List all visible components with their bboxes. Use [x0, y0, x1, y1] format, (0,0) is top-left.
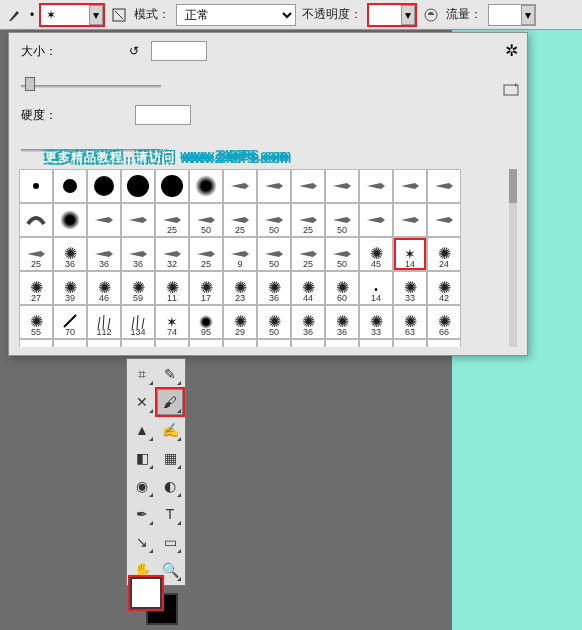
- hardness-input[interactable]: [135, 105, 191, 125]
- tool-eraser[interactable]: ◧: [129, 445, 155, 471]
- size-slider[interactable]: [21, 73, 161, 93]
- color-swatches[interactable]: [128, 575, 184, 625]
- flow-field[interactable]: 100% ▾: [488, 4, 536, 26]
- brush-preset-cell[interactable]: ✺46: [87, 271, 121, 305]
- brush-preset-cell[interactable]: [121, 169, 155, 203]
- tool-patch[interactable]: ✕: [129, 389, 155, 415]
- tool-crop[interactable]: ⌗: [129, 361, 155, 387]
- brush-preset-cell[interactable]: ✺63: [53, 339, 87, 347]
- brush-preset-cell[interactable]: [393, 169, 427, 203]
- brush-preset-cell[interactable]: 112: [87, 305, 121, 339]
- tool-history-brush[interactable]: ✍: [157, 417, 183, 443]
- brush-preset-cell[interactable]: ✺36: [325, 305, 359, 339]
- brush-preset-cell[interactable]: [189, 169, 223, 203]
- new-preset-icon[interactable]: [503, 82, 519, 99]
- brush-preset-cell[interactable]: [19, 203, 53, 237]
- brush-preset-cell[interactable]: ✺63: [393, 305, 427, 339]
- brush-preset-cell[interactable]: —: [359, 339, 393, 347]
- opacity-input[interactable]: 10%: [369, 8, 401, 22]
- brush-preset-cell[interactable]: 36: [121, 237, 155, 271]
- brush-preset-cell[interactable]: 134: [121, 305, 155, 339]
- brush-preset-cell[interactable]: ✶74: [155, 305, 189, 339]
- blend-mode-select[interactable]: 正常: [176, 4, 296, 26]
- brush-preset-cell[interactable]: ✺11: [155, 271, 189, 305]
- pressure-opacity-icon[interactable]: [422, 6, 440, 24]
- brush-preset-cell[interactable]: ✺44: [291, 271, 325, 305]
- opacity-field[interactable]: 10% ▾: [368, 4, 416, 26]
- brush-preset-cell[interactable]: ✺23: [223, 271, 257, 305]
- brush-preset-cell[interactable]: [121, 203, 155, 237]
- brush-size-input[interactable]: 14: [61, 8, 89, 22]
- brush-preset-cell[interactable]: ❦1064: [257, 339, 291, 347]
- brush-preset-cell[interactable]: [19, 169, 53, 203]
- brush-preset-cell[interactable]: 25: [189, 237, 223, 271]
- tool-path[interactable]: ↘: [129, 529, 155, 555]
- brush-preset-cell[interactable]: 95: [189, 305, 223, 339]
- flow-dropdown[interactable]: ▾: [521, 5, 535, 25]
- opacity-dropdown[interactable]: ▾: [401, 5, 415, 25]
- brush-preset-cell[interactable]: [393, 203, 427, 237]
- brush-preset-cell[interactable]: ✺27: [19, 271, 53, 305]
- brush-preset-cell[interactable]: [155, 169, 189, 203]
- panel-menu-icon[interactable]: ✲: [505, 41, 518, 60]
- brush-preset-cell[interactable]: ❦: [393, 339, 427, 347]
- brush-preset-cell[interactable]: 50: [325, 237, 359, 271]
- brush-preset-cell[interactable]: 25: [19, 237, 53, 271]
- brush-size-dropdown[interactable]: ▾: [89, 5, 103, 25]
- brush-preset-cell[interactable]: 25: [291, 203, 325, 237]
- tool-pen[interactable]: ✒: [129, 501, 155, 527]
- brush-preset-cell[interactable]: ✺36: [257, 271, 291, 305]
- brush-preset-cell[interactable]: [427, 203, 461, 237]
- brush-preset-cell[interactable]: [427, 339, 461, 347]
- brush-preset-cell[interactable]: 36: [87, 237, 121, 271]
- brush-preset-cell[interactable]: ✺36: [291, 305, 325, 339]
- brush-preset-cell[interactable]: 50: [325, 203, 359, 237]
- brush-preset-cell[interactable]: [53, 169, 87, 203]
- brush-preset-cell[interactable]: ❦1370: [291, 339, 325, 347]
- brush-preset-cell[interactable]: ✺59: [121, 271, 155, 305]
- brush-preset-cell[interactable]: [87, 169, 121, 203]
- tool-dodge[interactable]: ◐: [157, 473, 183, 499]
- brush-preset-cell[interactable]: 50: [257, 237, 291, 271]
- brush-preset-cell[interactable]: [291, 169, 325, 203]
- brush-preset-cell[interactable]: [427, 169, 461, 203]
- brush-preset-cell[interactable]: ✺11: [87, 339, 121, 347]
- tool-stamp[interactable]: ▲: [129, 417, 155, 443]
- tool-type[interactable]: T: [157, 501, 183, 527]
- brush-preset-cell[interactable]: 10: [155, 339, 189, 347]
- brush-preset-cell[interactable]: •14: [359, 271, 393, 305]
- brush-preset-cell[interactable]: ✺55: [19, 305, 53, 339]
- brush-preset-cell[interactable]: ✺33: [393, 271, 427, 305]
- brush-preset-cell[interactable]: [359, 203, 393, 237]
- brush-preset-cell[interactable]: ✺45: [359, 237, 393, 271]
- brush-preset-cell[interactable]: ✶14: [393, 237, 427, 271]
- brush-size-field[interactable]: ✶ 14 ▾: [40, 4, 104, 26]
- brush-preset-cell[interactable]: ✺66: [427, 305, 461, 339]
- brush-preset-cell[interactable]: —: [325, 339, 359, 347]
- brush-preset-cell[interactable]: [87, 203, 121, 237]
- brush-scrollbar[interactable]: [509, 169, 517, 347]
- brush-preset-cell[interactable]: [53, 203, 87, 237]
- brush-panel-toggle-icon[interactable]: [110, 6, 128, 24]
- brush-preset-cell[interactable]: ✺17: [189, 271, 223, 305]
- brush-preset-cell[interactable]: 32: [155, 237, 189, 271]
- brush-preset-cell[interactable]: [325, 169, 359, 203]
- brush-preset-cell[interactable]: ✺48: [121, 339, 155, 347]
- brush-preset-cell[interactable]: ✺60: [325, 271, 359, 305]
- brush-preset-cell[interactable]: 25: [223, 203, 257, 237]
- brush-preset-cell[interactable]: ✺50: [257, 305, 291, 339]
- brush-preset-cell[interactable]: ✺36: [53, 237, 87, 271]
- tool-eyedropper[interactable]: ✎: [157, 361, 183, 387]
- brush-preset-cell[interactable]: [223, 169, 257, 203]
- brush-preset-cell[interactable]: 50: [257, 203, 291, 237]
- brush-preset-cell[interactable]: ✺1370: [189, 339, 223, 347]
- tool-blur[interactable]: ◉: [129, 473, 155, 499]
- size-input[interactable]: 14 像素: [151, 41, 207, 61]
- tool-shape[interactable]: ▭: [157, 529, 183, 555]
- brush-preset-cell[interactable]: ✺33: [359, 305, 393, 339]
- reset-icon[interactable]: ↺: [125, 42, 143, 60]
- brush-preset-cell[interactable]: 50: [189, 203, 223, 237]
- brush-preset-cell[interactable]: [359, 169, 393, 203]
- brush-preset-cell[interactable]: 25: [155, 203, 189, 237]
- flow-input[interactable]: 100%: [489, 8, 521, 22]
